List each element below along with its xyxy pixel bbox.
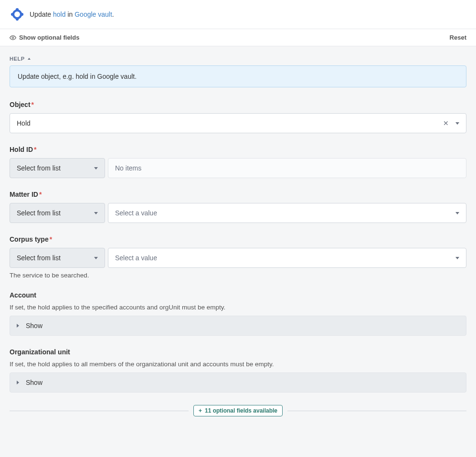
eye-icon (10, 34, 16, 41)
required-asterisk: * (39, 191, 42, 198)
chevron-up-icon (28, 58, 31, 60)
show-optional-fields-button[interactable]: Show optional fields (10, 34, 79, 41)
hold-id-label: Hold ID* (10, 146, 466, 153)
title-middle: in (66, 11, 75, 18)
account-desc: If set, the hold applies to the specifie… (10, 304, 466, 311)
field-org-unit: Organizational unit If set, the hold app… (10, 348, 466, 393)
field-hold-id: Hold ID* Select from list No items (10, 146, 466, 178)
org-unit-toggle-label: Show (26, 379, 42, 386)
account-label: Account (10, 291, 466, 299)
svg-point-1 (16, 8, 19, 11)
required-asterisk: * (50, 235, 52, 243)
reset-button[interactable]: Reset (450, 34, 466, 41)
field-corpus-type: Corpus type* Select from list Select a v… (10, 235, 466, 279)
chevron-down-icon[interactable] (455, 122, 459, 125)
divider-line (287, 411, 466, 411)
chevron-down-icon (455, 212, 459, 214)
title-service-link[interactable]: Google vault (74, 11, 112, 18)
optional-fields-button[interactable]: + 11 optional fields available (193, 405, 283, 416)
page-header: Update hold in Google vault. (0, 0, 476, 29)
chevron-down-icon (94, 257, 98, 259)
corpus-type-label: Corpus type* (10, 235, 466, 243)
object-label: Object* (10, 101, 466, 108)
svg-point-2 (16, 18, 19, 21)
hold-id-value-box[interactable]: No items (108, 158, 466, 178)
corpus-type-mode-select[interactable]: Select from list (10, 248, 105, 268)
required-asterisk: * (32, 101, 34, 108)
org-unit-label: Organizational unit (10, 348, 466, 356)
svg-point-4 (21, 13, 23, 16)
corpus-type-placeholder: Select a value (115, 254, 157, 262)
optional-fields-text: 11 optional fields available (205, 407, 277, 414)
field-matter-id: Matter ID* Select from list Select a val… (10, 191, 466, 223)
account-show-toggle[interactable]: Show (10, 316, 466, 336)
title-prefix: Update (30, 11, 53, 18)
divider-line (10, 411, 189, 411)
help-box: Update object, e.g. hold in Google vault… (10, 65, 466, 87)
app-logo-icon (10, 7, 25, 22)
help-title: HELP (10, 56, 25, 62)
corpus-type-label-text: Corpus type (10, 235, 49, 243)
org-unit-desc: If set, the hold applies to all members … (10, 361, 466, 368)
matter-id-placeholder: Select a value (115, 209, 157, 217)
hold-id-mode-value: Select from list (17, 164, 61, 172)
chevron-down-icon (94, 167, 98, 170)
corpus-type-hint: The service to be searched. (10, 272, 466, 279)
corpus-type-mode-value: Select from list (17, 254, 61, 262)
field-object: Object* Hold ✕ (10, 101, 466, 133)
matter-id-mode-value: Select from list (17, 209, 61, 217)
chevron-down-icon (94, 212, 98, 214)
object-label-text: Object (10, 101, 31, 108)
field-account: Account If set, the hold applies to the … (10, 291, 466, 336)
svg-point-5 (12, 37, 14, 39)
hold-id-value: No items (115, 164, 141, 172)
plus-icon: + (199, 407, 202, 414)
chevron-right-icon (17, 324, 21, 328)
form-content: HELP Update object, e.g. hold in Google … (0, 46, 476, 426)
org-unit-show-toggle[interactable]: Show (10, 372, 466, 393)
chevron-down-icon (455, 257, 459, 259)
corpus-type-value-select[interactable]: Select a value (108, 248, 466, 268)
help-text: Update object, e.g. hold in Google vault… (18, 73, 137, 80)
required-asterisk: * (34, 146, 36, 153)
clear-icon[interactable]: ✕ (443, 120, 449, 127)
hold-id-label-text: Hold ID (10, 146, 33, 153)
title-object-link[interactable]: hold (53, 11, 65, 18)
matter-id-label-text: Matter ID (10, 191, 38, 198)
object-select[interactable]: Hold ✕ (10, 113, 466, 133)
toolbar: Show optional fields Reset (0, 29, 476, 46)
object-value: Hold (17, 119, 31, 127)
help-section-header[interactable]: HELP (10, 56, 466, 62)
optional-fields-divider: + 11 optional fields available (10, 405, 466, 416)
account-toggle-label: Show (26, 322, 42, 329)
hold-id-mode-select[interactable]: Select from list (10, 158, 105, 178)
page-title: Update hold in Google vault. (30, 11, 114, 18)
svg-point-0 (13, 11, 21, 18)
matter-id-value-select[interactable]: Select a value (108, 203, 466, 223)
chevron-right-icon (17, 381, 21, 384)
svg-point-3 (11, 13, 14, 16)
matter-id-mode-select[interactable]: Select from list (10, 203, 105, 223)
title-suffix: . (112, 11, 114, 18)
matter-id-label: Matter ID* (10, 191, 466, 198)
show-optional-label: Show optional fields (19, 34, 79, 41)
